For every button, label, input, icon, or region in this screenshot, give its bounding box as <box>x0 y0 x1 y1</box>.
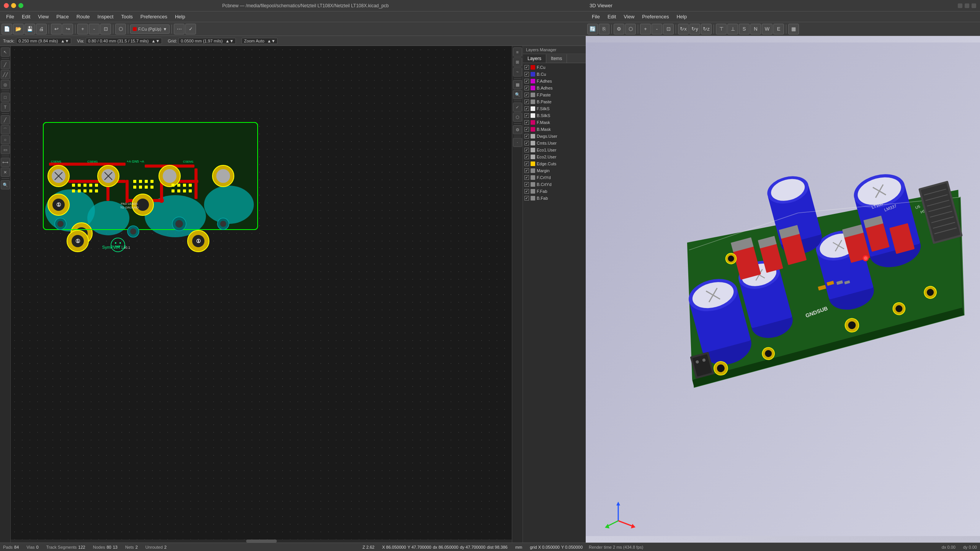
board-setup-btn[interactable]: ⚙ <box>513 125 522 134</box>
layer-checkbox-f-paste[interactable]: ✓ <box>524 93 529 97</box>
copper-fill-btn[interactable]: ▦ <box>513 80 522 89</box>
layer-item-f-cu[interactable]: ✓F.Cu <box>523 64 586 71</box>
menu-view[interactable]: View <box>35 13 52 21</box>
menu-tools[interactable]: Tools <box>118 13 136 21</box>
tab-layers[interactable]: Layers <box>523 54 546 63</box>
pcb-scrollbar[interactable] <box>11 540 512 543</box>
layer-checkbox-f-silks[interactable]: ✓ <box>524 106 529 111</box>
viewer-zoom-in-btn[interactable]: + <box>640 24 651 34</box>
layer-checkbox-f-crtyd[interactable]: ✓ <box>524 175 529 180</box>
viewer-menu-edit[interactable]: Edit <box>604 13 619 21</box>
route-track-tool[interactable]: ╱ <box>1 60 10 69</box>
draw-point-btn[interactable]: · <box>513 138 522 147</box>
add-text-tool[interactable]: T <box>1 103 10 112</box>
layer-item-f-paste[interactable]: ✓F.Paste <box>523 91 586 98</box>
draw-arc-tool[interactable]: ⌒ <box>1 125 10 134</box>
viewer-menu-preferences[interactable]: Preferences <box>639 13 672 21</box>
viewer-close-btn[interactable] <box>972 3 976 8</box>
layer-checkbox-eco2-user[interactable]: ✓ <box>524 155 529 159</box>
layer-item-f-crtyd[interactable]: ✓F.CrtYd <box>523 174 586 181</box>
draw-line-tool[interactable]: ╱ <box>1 115 10 124</box>
layer-checkbox-eco1-user[interactable]: ✓ <box>524 148 529 152</box>
viewer-minimize-btn[interactable] <box>958 3 962 8</box>
new-btn[interactable]: 📄 <box>2 24 12 34</box>
viewer-rotate-y-btn[interactable]: ↻y <box>689 24 700 34</box>
undo-btn[interactable]: ↩ <box>51 24 62 34</box>
menu-file[interactable]: File <box>3 13 17 21</box>
layer-checkbox-margin[interactable]: ✓ <box>524 168 529 173</box>
menu-help[interactable]: Help <box>172 13 188 21</box>
viewer-menu-view[interactable]: View <box>621 13 637 21</box>
viewer-view-bottom-btn[interactable]: ⊥ <box>727 24 738 34</box>
layer-item-b-paste[interactable]: ✓B.Paste <box>523 98 586 105</box>
zoom-in-btn[interactable]: + <box>77 24 88 34</box>
zoom-fit-btn[interactable]: ⊡ <box>100 24 111 34</box>
add-via-tool[interactable]: ◎ <box>1 80 10 89</box>
viewer-view-top-btn[interactable]: ⊤ <box>716 24 727 34</box>
viewer-copy-btn[interactable]: ⎘ <box>599 24 609 34</box>
viewer-menu-file[interactable]: File <box>589 13 603 21</box>
layer-item-b-fab[interactable]: ✓B.Fab <box>523 195 586 202</box>
drc-btn[interactable]: ✓ <box>185 24 196 34</box>
viewer-view-north-btn[interactable]: N <box>750 24 761 34</box>
track-value[interactable]: 0.250 mm (9.84 mils) ▲▼ <box>16 38 71 44</box>
layer-item-margin[interactable]: ✓Margin <box>523 167 586 174</box>
layer-checkbox-b-crtyd[interactable]: ✓ <box>524 182 529 187</box>
route-diff-pair-tool[interactable]: ╱╱ <box>1 70 10 79</box>
viewer-maximize-btn[interactable] <box>965 3 969 8</box>
layer-checkbox-edge-cuts[interactable]: ✓ <box>524 161 529 166</box>
layer-item-b-crtyd[interactable]: ✓B.CrtYd <box>523 181 586 188</box>
layer-checkbox-f-fab[interactable]: ✓ <box>524 189 529 194</box>
viewer-render-btn[interactable]: ⬡ <box>625 24 636 34</box>
layer-checkbox-b-adhes[interactable]: ✓ <box>524 86 529 90</box>
layer-checkbox-b-mask[interactable]: ✓ <box>524 127 529 132</box>
print-btn[interactable]: 🖨 <box>36 24 47 34</box>
layer-item-b-cu[interactable]: ✓B.Cu <box>523 71 586 78</box>
menu-preferences[interactable]: Preferences <box>137 13 170 21</box>
layer-item-dwgs-user[interactable]: ✓Dwgs.User <box>523 133 586 140</box>
layer-checkbox-f-adhes[interactable]: ✓ <box>524 79 529 83</box>
zoom-area-tool[interactable]: 🔍 <box>1 180 10 189</box>
3d-view-right-btn[interactable]: ⬡ <box>513 112 522 122</box>
minimize-button[interactable] <box>11 3 16 8</box>
layer-item-f-adhes[interactable]: ✓F.Adhes <box>523 78 586 85</box>
maximize-button[interactable] <box>18 3 23 8</box>
viewer-canvas[interactable]: GNDSUB LT108 LM337 U5 HS1 <box>586 36 980 543</box>
redo-btn[interactable]: ↪ <box>62 24 73 34</box>
viewer-zoom-fit-btn[interactable]: ⊡ <box>663 24 674 34</box>
layer-item-cmts-user[interactable]: ✓Cmts.User <box>523 140 586 147</box>
viewer-zoom-out-btn[interactable]: - <box>652 24 662 34</box>
tab-items[interactable]: Items <box>546 54 567 63</box>
menu-edit[interactable]: Edit <box>19 13 33 21</box>
grid-value[interactable]: 0.0500 mm (1.97 mils) ▲▼ <box>178 38 236 44</box>
zoom-value[interactable]: Zoom Auto ▲▼ <box>242 38 278 44</box>
3d-view-btn[interactable]: ⬡ <box>115 24 126 34</box>
layer-item-eco2-user[interactable]: ✓Eco2.User <box>523 153 586 160</box>
via-stepper[interactable]: ▲▼ <box>152 39 160 43</box>
layer-item-f-fab[interactable]: ✓F.Fab <box>523 188 586 195</box>
menu-place[interactable]: Place <box>53 13 72 21</box>
viewer-view-south-btn[interactable]: S <box>739 24 750 34</box>
viewer-settings-btn[interactable]: ⚙ <box>614 24 624 34</box>
viewer-rotate-z-btn[interactable]: ↻z <box>701 24 712 34</box>
layer-item-f-mask[interactable]: ✓F.Mask <box>523 119 586 126</box>
layer-checkbox-cmts-user[interactable]: ✓ <box>524 141 529 145</box>
layer-item-eco1-user[interactable]: ✓Eco1.User <box>523 147 586 153</box>
layer-checkbox-b-fab[interactable]: ✓ <box>524 196 529 201</box>
ratsnest-toggle-btn[interactable]: ~ <box>513 67 522 77</box>
select-tool[interactable]: ↖ <box>1 47 10 57</box>
open-btn[interactable]: 📂 <box>13 24 24 34</box>
track-stepper[interactable]: ▲▼ <box>61 39 69 43</box>
layers-visibility-btn[interactable]: ≡ <box>513 47 522 57</box>
viewer-view-east-btn[interactable]: E <box>773 24 784 34</box>
layer-dropdown[interactable]: F.Cu (PgUp) ▼ <box>130 24 170 34</box>
layer-checkbox-b-silks[interactable]: ✓ <box>524 113 529 118</box>
layer-item-f-silks[interactable]: ✓F.SilkS <box>523 105 586 112</box>
layer-checkbox-f-cu[interactable]: ✓ <box>524 65 529 70</box>
layer-checkbox-f-mask[interactable]: ✓ <box>524 120 529 125</box>
layer-item-edge-cuts[interactable]: ✓Edge.Cuts <box>523 160 586 167</box>
add-footprint-tool[interactable]: □ <box>1 93 10 102</box>
layer-checkbox-dwgs-user[interactable]: ✓ <box>524 134 529 139</box>
viewer-menu-help[interactable]: Help <box>673 13 690 21</box>
menu-route[interactable]: Route <box>74 13 93 21</box>
